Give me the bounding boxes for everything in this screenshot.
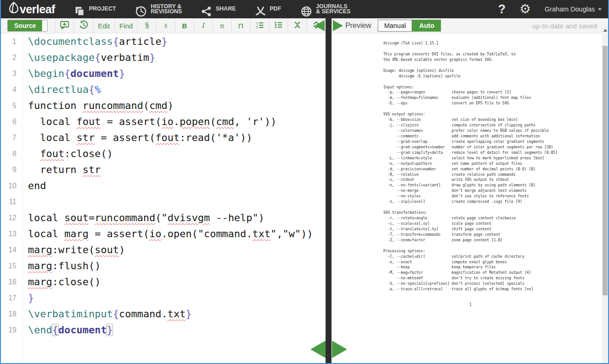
code-line[interactable]: local sout=runcommand("dvisvgm --help")	[28, 210, 326, 226]
line-number[interactable]: 2	[1, 49, 16, 65]
numbered-list-button[interactable]: 12	[250, 18, 269, 33]
bold-button[interactable]: B	[175, 18, 194, 33]
auto-button[interactable]: Auto	[412, 20, 441, 32]
line-number[interactable]: 9	[1, 162, 16, 178]
bullet-list-button[interactable]	[269, 18, 288, 33]
code-area[interactable]: \documentclass{article}\usepackage{verba…	[23, 33, 326, 364]
header-right: ? ⚙ Graham Douglas	[498, 2, 602, 16]
code-line[interactable]: local str = assert(fout:read('*a'))	[28, 130, 326, 146]
section-button[interactable]: §	[137, 18, 156, 33]
line-number[interactable]: 14	[1, 242, 16, 258]
scrollbar-up-button[interactable]	[602, 27, 608, 33]
line-number[interactable]: 12	[1, 210, 16, 226]
scroll-up-icon	[604, 29, 607, 32]
svg-text:2: 2	[256, 25, 258, 29]
code-line[interactable]: \verbatiminput{command.txt}	[28, 306, 326, 322]
line-number[interactable]: 1	[1, 33, 16, 49]
source-button[interactable]: Source	[8, 20, 42, 31]
manual-button[interactable]: Manual	[378, 20, 413, 32]
subsection-button[interactable]: §	[156, 18, 175, 33]
code-line[interactable]: fout:close()	[28, 146, 326, 162]
code-token: )	[168, 100, 174, 111]
code-token: str	[82, 164, 101, 175]
bullet-list-icon	[274, 21, 283, 31]
code-line[interactable]: marg:close()	[28, 274, 326, 290]
code-line[interactable]: function runcommand(cmd)	[28, 98, 326, 114]
add-comment-button[interactable]	[55, 18, 74, 33]
pane-divider[interactable]	[326, 18, 332, 364]
line-number[interactable]: 18	[1, 306, 16, 322]
expand-left-arrow[interactable]	[310, 341, 326, 358]
italic-button[interactable]: I	[194, 18, 212, 33]
collapse-button[interactable]	[288, 18, 306, 33]
inline-math-button[interactable]: π	[212, 18, 231, 33]
code-token: = assert(	[101, 116, 161, 127]
line-number[interactable]: 6	[1, 114, 16, 130]
code-token: cmd	[216, 116, 234, 127]
line-number[interactable]: 15	[1, 258, 16, 274]
overleaf-logo[interactable]: verleaf	[8, 1, 55, 17]
code-token: {	[64, 68, 70, 79]
code-line[interactable]: marg:flush()	[28, 258, 326, 274]
preview-pane: Preview Manual Auto up-to-date and saved…	[332, 18, 608, 364]
svg-text:1: 1	[256, 21, 258, 25]
code-line[interactable]: \end{document}	[28, 322, 326, 338]
rich-text-button[interactable]: Rich Text	[42, 20, 47, 31]
nav-share[interactable]: SHARE	[201, 0, 236, 18]
code-line[interactable]: \documentclass{article}	[28, 33, 326, 49]
code-token: = assert(	[95, 132, 155, 143]
code-token: \begin	[28, 68, 64, 79]
code-token: fout	[40, 148, 65, 159]
line-number[interactable]: 13	[1, 226, 16, 242]
code-token: , 'r'))	[234, 116, 277, 127]
code-line[interactable]: \usepackage{verbatim}	[28, 49, 326, 65]
find-button[interactable]: Find	[114, 18, 137, 33]
code-line[interactable]	[28, 194, 326, 210]
code-line[interactable]: return str	[28, 162, 326, 178]
pdf-icon	[255, 0, 266, 18]
collapse-preview-arrow[interactable]	[333, 20, 343, 31]
code-line[interactable]: \directlua{%	[28, 81, 326, 98]
history-icon	[135, 0, 147, 18]
display-math-button[interactable]: Π	[231, 18, 250, 33]
code-token: {	[95, 52, 101, 63]
code-token: {	[88, 84, 94, 95]
code-line[interactable]: marg:write(sout)	[28, 242, 326, 258]
source-editor[interactable]: 12345678910111213141516171819 \documentc…	[1, 33, 326, 364]
nav-project[interactable]: PROJECT	[74, 0, 116, 18]
line-number[interactable]: 19	[1, 322, 16, 338]
nav-pdf[interactable]: PDF	[255, 0, 281, 18]
line-number[interactable]: 11	[1, 194, 16, 210]
code-token: ","w"))	[271, 228, 313, 239]
track-changes-button[interactable]	[74, 18, 93, 33]
expand-right-arrow[interactable]	[332, 341, 347, 358]
edit-button[interactable]: Edit	[93, 18, 114, 33]
code-token: }	[161, 36, 167, 47]
line-number[interactable]: 17	[1, 290, 16, 306]
code-line[interactable]: \begin{document}	[28, 65, 326, 81]
line-number[interactable]: 7	[1, 130, 16, 146]
collapse-editor-arrow[interactable]	[315, 20, 325, 31]
pdf-page-text: dvisvgm (TeX Live) 1.15.1 This program c…	[383, 41, 558, 292]
nav-journals-services[interactable]: JOURNALS & SERVICES	[300, 0, 351, 18]
code-line[interactable]: end	[28, 178, 326, 194]
line-number[interactable]: 8	[1, 146, 16, 162]
leaf-icon	[8, 1, 20, 17]
line-number[interactable]: 4	[1, 81, 16, 98]
line-number[interactable]: 5	[1, 98, 16, 114]
user-menu[interactable]: Graham Douglas	[544, 5, 602, 13]
pdf-scrollbar[interactable]	[602, 27, 608, 364]
code-line[interactable]: local fout = assert(io.popen(cmd, 'r'))	[28, 114, 326, 130]
scrollbar-thumb[interactable]	[603, 46, 608, 295]
gear-icon[interactable]: ⚙	[519, 3, 531, 16]
line-number[interactable]: 10	[1, 178, 16, 194]
nav-history-revisions[interactable]: HISTORY & REVISIONS	[135, 0, 182, 18]
code-token: marg	[28, 260, 52, 272]
code-line[interactable]: local marg = assert(io.open("command.txt…	[28, 226, 326, 242]
code-line[interactable]: }	[28, 290, 326, 306]
preview-label: Preview	[345, 22, 371, 30]
line-number[interactable]: 3	[1, 65, 16, 81]
code-token: txt	[252, 228, 271, 239]
help-button[interactable]: ?	[498, 2, 506, 16]
line-number[interactable]: 16	[1, 274, 16, 290]
